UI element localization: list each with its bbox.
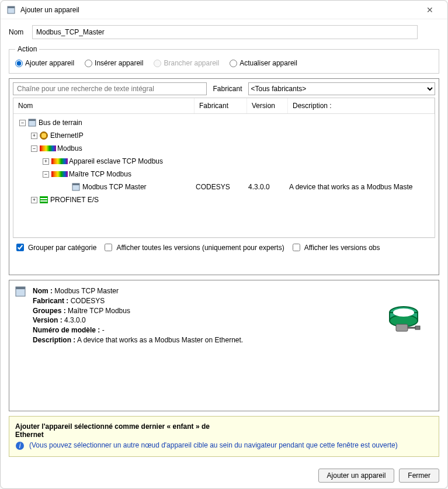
svg-rect-3 bbox=[29, 119, 36, 121]
window-icon bbox=[6, 5, 16, 15]
vendor-select[interactable]: <Tous fabricants> bbox=[248, 82, 435, 95]
name-input[interactable] bbox=[32, 25, 418, 39]
col-version[interactable]: Version bbox=[247, 98, 288, 113]
detail-model-label: Numéro de modèle : bbox=[33, 326, 100, 334]
detail-groups-label: Groupes : bbox=[33, 307, 66, 315]
expand-icon[interactable]: + bbox=[31, 197, 37, 203]
col-description[interactable]: Description : bbox=[288, 98, 435, 113]
search-input[interactable] bbox=[13, 82, 207, 95]
detail-version-value: 4.3.0.0 bbox=[64, 316, 86, 324]
tree-node-modbus-slave[interactable]: + Appareil esclave TCP Modbus bbox=[15, 155, 435, 168]
checkbox-show-all-versions-input[interactable] bbox=[105, 244, 112, 251]
device-detail-panel: Nom : Modbus TCP Master Fabricant : CODE… bbox=[9, 280, 439, 411]
tree-version: 4.3.0.0 bbox=[248, 183, 289, 191]
collapse-icon[interactable]: − bbox=[43, 171, 49, 178]
svg-rect-12 bbox=[396, 324, 408, 331]
tree-node-profinet[interactable]: + PROFINET E/S bbox=[15, 193, 435, 206]
tree-node-fieldbus[interactable]: − Bus de terrain bbox=[15, 116, 435, 129]
dialog-content: Nom Action Ajouter appareil Insérer appa… bbox=[1, 19, 447, 463]
tree-node-modbus-master-device[interactable]: Modbus TCP Master CODESYS 4.3.0.0 A devi… bbox=[15, 181, 435, 193]
tree-node-ethernetip[interactable]: + EthernetIP bbox=[15, 129, 435, 142]
add-device-button[interactable]: Ajouter un appareil bbox=[318, 469, 395, 483]
tree-node-modbus[interactable]: − Modbus bbox=[15, 142, 435, 155]
hint-header-line1: Ajouter l'appareil sélectionné comme der… bbox=[15, 422, 210, 431]
detail-icon bbox=[15, 286, 27, 405]
svg-point-11 bbox=[393, 308, 414, 317]
name-label: Nom bbox=[9, 28, 32, 36]
device-icon bbox=[72, 183, 80, 191]
tree-label: Appareil esclave TCP Modbus bbox=[69, 157, 163, 165]
action-legend: Action bbox=[15, 45, 39, 53]
search-row: Fabricant <Tous fabricants> bbox=[13, 82, 435, 95]
dialog-window: Ajouter un appareil ✕ Nom Action Ajouter… bbox=[0, 0, 448, 489]
detail-desc-label: Description : bbox=[33, 336, 75, 344]
detail-model-value: - bbox=[102, 326, 105, 334]
collapse-icon[interactable]: − bbox=[31, 145, 37, 152]
close-button[interactable]: Fermer bbox=[399, 469, 439, 483]
svg-rect-1 bbox=[8, 6, 15, 8]
modbus-icon bbox=[51, 171, 68, 177]
radio-insert[interactable]: Insérer appareil bbox=[85, 59, 143, 67]
tree-label: EthernetIP bbox=[50, 131, 84, 140]
detail-version-label: Version : bbox=[33, 316, 62, 324]
radio-update-input[interactable] bbox=[230, 60, 237, 67]
svg-rect-7 bbox=[16, 287, 25, 289]
tree-node-modbus-master-group[interactable]: − Maître TCP Modbus bbox=[15, 168, 435, 181]
tree-label: Modbus bbox=[57, 144, 82, 152]
close-icon[interactable]: ✕ bbox=[418, 5, 442, 15]
device-tree[interactable]: Nom Fabricant Version Description : − Bu… bbox=[13, 98, 435, 238]
checkbox-label: Grouper par catégorie bbox=[28, 244, 96, 252]
detail-body: Nom : Modbus TCP Master Fabricant : CODE… bbox=[33, 286, 369, 405]
tree-label: PROFINET E/S bbox=[50, 196, 99, 204]
tree-description: A device that works as a Modbus Maste bbox=[289, 183, 435, 191]
checkbox-label: Afficher toutes les versions (uniquement… bbox=[116, 244, 284, 252]
checkbox-show-obsolete-input[interactable] bbox=[293, 244, 300, 251]
radio-update-label: Actualiser appareil bbox=[239, 59, 297, 67]
tree-body: − Bus de terrain + EthernetIP bbox=[13, 114, 435, 209]
profinet-icon bbox=[40, 196, 48, 203]
checkbox-show-all-versions[interactable]: Afficher toutes les versions (uniquement… bbox=[102, 242, 284, 253]
detail-desc-value: A device that works as a Modbus Master o… bbox=[77, 336, 243, 344]
radio-branch-input bbox=[154, 60, 161, 67]
checkbox-group-by-category-input[interactable] bbox=[16, 244, 24, 251]
svg-rect-5 bbox=[72, 183, 79, 185]
device-image bbox=[374, 286, 433, 345]
action-radios: Ajouter appareil Insérer appareil Branch… bbox=[15, 59, 433, 67]
tree-label: Maître TCP Modbus bbox=[69, 170, 131, 178]
tree-options: Grouper par catégorie Afficher toutes le… bbox=[13, 238, 435, 255]
radio-branch-label: Brancher appareil bbox=[164, 59, 219, 67]
hint-header: Ajouter l'appareil sélectionné comme der… bbox=[15, 422, 433, 439]
titlebar: Ajouter un appareil ✕ bbox=[1, 1, 447, 19]
svg-rect-14 bbox=[415, 326, 420, 330]
modbus-icon bbox=[40, 145, 56, 151]
col-name[interactable]: Nom bbox=[13, 98, 195, 113]
device-list-panel: Fabricant <Tous fabricants> Nom Fabrican… bbox=[9, 78, 439, 275]
tree-label: Modbus TCP Master bbox=[82, 183, 147, 191]
radio-update[interactable]: Actualiser appareil bbox=[230, 59, 297, 67]
vendor-label: Fabricant bbox=[210, 85, 244, 93]
expand-icon[interactable]: + bbox=[43, 158, 49, 165]
radio-branch: Brancher appareil bbox=[154, 59, 219, 67]
hint-body: (Vous pouvez sélectionner un autre nœud … bbox=[29, 441, 398, 449]
expand-icon[interactable]: + bbox=[31, 133, 37, 139]
fieldbus-icon bbox=[28, 119, 36, 127]
radio-add[interactable]: Ajouter appareil bbox=[15, 59, 74, 67]
col-vendor[interactable]: Fabricant bbox=[195, 98, 247, 113]
info-icon: i bbox=[15, 441, 25, 450]
name-row: Nom bbox=[9, 25, 439, 39]
collapse-icon[interactable]: − bbox=[19, 120, 26, 126]
window-title: Ajouter un appareil bbox=[20, 6, 418, 14]
radio-add-input[interactable] bbox=[15, 60, 23, 67]
detail-vendor-label: Fabricant : bbox=[33, 297, 68, 305]
dialog-buttons: Ajouter un appareil Fermer bbox=[1, 463, 447, 488]
checkbox-show-obsolete[interactable]: Afficher les versions obs bbox=[290, 242, 380, 253]
tree-vendor: CODESYS bbox=[196, 183, 248, 191]
radio-insert-label: Insérer appareil bbox=[95, 59, 143, 67]
radio-add-label: Ajouter appareil bbox=[25, 59, 74, 67]
tree-label: Bus de terrain bbox=[39, 119, 82, 127]
radio-insert-input[interactable] bbox=[85, 60, 92, 67]
detail-name-label: Nom : bbox=[33, 287, 53, 295]
checkbox-group-by-category[interactable]: Grouper par catégorie bbox=[14, 242, 96, 253]
action-fieldset: Action Ajouter appareil Insérer appareil… bbox=[9, 45, 439, 74]
detail-groups-value: Maître TCP Modbus bbox=[68, 307, 130, 315]
